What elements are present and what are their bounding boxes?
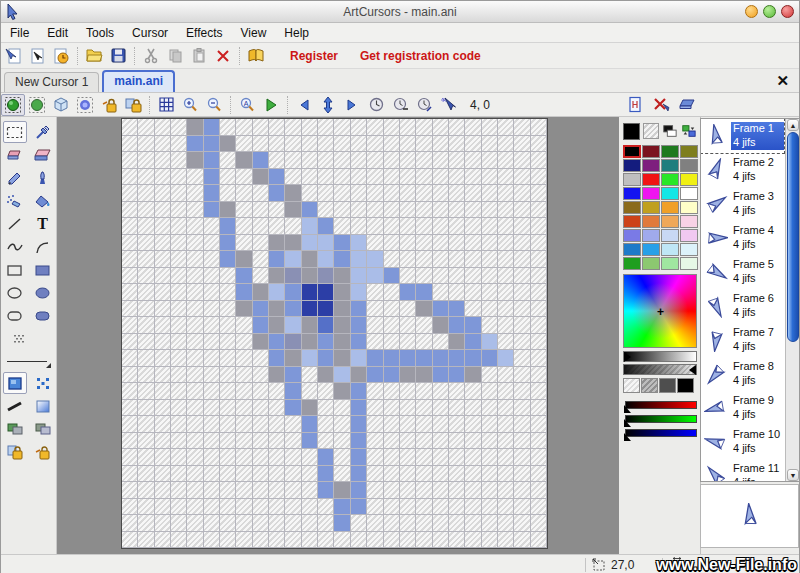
pixel-cell[interactable]	[433, 416, 449, 433]
pixel-cell[interactable]	[187, 185, 203, 202]
pixel-cell[interactable]	[498, 350, 514, 367]
palette-swatch[interactable]	[642, 159, 660, 172]
pixel-cell[interactable]	[253, 449, 269, 466]
pixel-cell[interactable]	[318, 218, 334, 235]
pixel-cell[interactable]	[482, 433, 498, 450]
pixel-cell[interactable]	[449, 416, 465, 433]
pixel-cell[interactable]	[171, 334, 187, 351]
pixel-cell[interactable]	[433, 317, 449, 334]
pixel-cell[interactable]	[351, 251, 367, 268]
luminance-slider[interactable]	[623, 351, 697, 362]
pixel-cell[interactable]	[171, 284, 187, 301]
pixel-cell[interactable]	[334, 268, 350, 285]
pixel-cell[interactable]	[204, 499, 220, 516]
palette-swatch[interactable]	[623, 243, 641, 256]
pixel-cell[interactable]	[204, 202, 220, 219]
pixel-cell[interactable]	[514, 218, 530, 235]
pixel-cell[interactable]	[482, 317, 498, 334]
pixel-cell[interactable]	[122, 532, 138, 549]
alpha-preset-swatch[interactable]	[641, 378, 658, 393]
pixel-cell[interactable]	[416, 119, 432, 136]
pixel-cell[interactable]	[531, 235, 547, 252]
pixel-cell[interactable]	[351, 202, 367, 219]
pixel-cell[interactable]	[465, 400, 481, 417]
pixel-cell[interactable]	[253, 433, 269, 450]
pixel-cell[interactable]	[449, 433, 465, 450]
pixel-cell[interactable]	[122, 185, 138, 202]
pixel-cell[interactable]	[498, 317, 514, 334]
pixel-cell[interactable]	[269, 334, 285, 351]
lock-pages-button[interactable]	[121, 94, 145, 116]
pixel-cell[interactable]	[400, 400, 416, 417]
pixel-cell[interactable]	[449, 383, 465, 400]
pixel-cell[interactable]	[204, 301, 220, 318]
pixel-cell[interactable]	[269, 251, 285, 268]
pixel-cell[interactable]	[482, 218, 498, 235]
pixel-cell[interactable]	[498, 449, 514, 466]
pixel-cell[interactable]	[367, 416, 383, 433]
palette-swatch[interactable]	[661, 229, 679, 242]
pixel-cell[interactable]	[465, 185, 481, 202]
menu-item-file[interactable]: File	[1, 24, 38, 42]
frame-list-item[interactable]: Frame 24 jifs	[701, 153, 784, 187]
pixel-cell[interactable]	[367, 383, 383, 400]
pixel-cell[interactable]	[531, 482, 547, 499]
pixel-cell[interactable]	[220, 367, 236, 384]
pixel-cell[interactable]	[514, 367, 530, 384]
alpha-slider[interactable]	[623, 364, 697, 375]
pixel-cell[interactable]	[285, 268, 301, 285]
pixel-cell[interactable]	[433, 400, 449, 417]
pixel-cell[interactable]	[122, 152, 138, 169]
pixel-cell[interactable]	[351, 152, 367, 169]
pixel-cell[interactable]	[334, 449, 350, 466]
pixel-cell[interactable]	[514, 515, 530, 532]
new-cursor-button[interactable]	[1, 45, 25, 67]
pixel-cell[interactable]	[416, 317, 432, 334]
zoom-in-button[interactable]	[178, 94, 202, 116]
pixel-cell[interactable]	[400, 499, 416, 516]
pixel-cell[interactable]	[285, 334, 301, 351]
pixel-cell[interactable]	[220, 400, 236, 417]
pixel-cell[interactable]	[334, 284, 350, 301]
pixel-cell[interactable]	[433, 499, 449, 516]
pixel-cell[interactable]	[498, 218, 514, 235]
pixel-cell[interactable]	[187, 136, 203, 153]
pixel-cell[interactable]	[236, 235, 252, 252]
pixel-cell[interactable]	[236, 482, 252, 499]
pixel-cell[interactable]	[253, 185, 269, 202]
set-hotspot-button[interactable]	[436, 94, 460, 116]
pixel-cell[interactable]	[433, 152, 449, 169]
palette-swatch[interactable]	[661, 173, 679, 186]
pixel-cell[interactable]	[433, 515, 449, 532]
pixel-cell[interactable]	[285, 235, 301, 252]
red-marker-icon[interactable]	[624, 405, 631, 413]
save-button[interactable]	[106, 45, 130, 67]
pixel-cell[interactable]	[285, 169, 301, 186]
pixel-cell[interactable]	[269, 136, 285, 153]
pixel-cell[interactable]	[220, 350, 236, 367]
pixel-cell[interactable]	[531, 367, 547, 384]
pixel-cell[interactable]	[187, 301, 203, 318]
pixel-cell[interactable]	[204, 235, 220, 252]
pixel-cell[interactable]	[155, 185, 171, 202]
pixel-cell[interactable]	[204, 466, 220, 483]
pixel-cell[interactable]	[531, 400, 547, 417]
pixel-cell[interactable]	[138, 301, 154, 318]
pixel-cell[interactable]	[449, 136, 465, 153]
pixel-cell[interactable]	[531, 532, 547, 549]
pixel-cell[interactable]	[122, 202, 138, 219]
tab-main-ani[interactable]: main.ani	[102, 70, 175, 92]
pixel-cell[interactable]	[204, 367, 220, 384]
pixel-cell[interactable]	[155, 416, 171, 433]
grid-toggle-button[interactable]	[154, 94, 178, 116]
pixel-cell[interactable]	[351, 235, 367, 252]
palette-swatch[interactable]	[623, 145, 641, 158]
pixel-cell[interactable]	[514, 532, 530, 549]
pixel-cell[interactable]	[465, 251, 481, 268]
palette-swatch[interactable]	[623, 173, 641, 186]
pixel-cell[interactable]	[351, 136, 367, 153]
palette-swatch[interactable]	[661, 145, 679, 158]
green-marker-icon[interactable]	[624, 419, 631, 427]
pixel-cell[interactable]	[531, 499, 547, 516]
pixel-cell[interactable]	[531, 218, 547, 235]
